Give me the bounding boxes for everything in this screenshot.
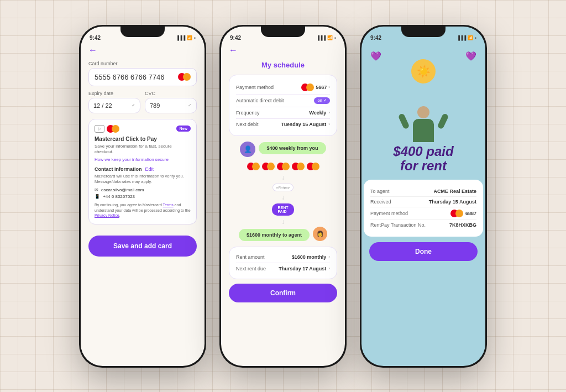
expiry-cvc-row: Expiry date 12 / 22 ✓ CVC 789 ✓ — [88, 91, 197, 113]
phone-1: 9:42 ▐▐▐ 📶 ▪ ← Card number 5555 6766 676… — [79, 25, 206, 368]
status-icons-2: ▐▐▐ 📶 ▪ — [316, 35, 336, 40]
phone-1-screen: 9:42 ▐▐▐ 📶 ▪ ← Card number 5555 6766 676… — [81, 27, 205, 366]
click-icon — [95, 125, 104, 133]
rent-amount-text: $1600 monthly — [292, 254, 327, 260]
rent-amount-label: Rent amount — [236, 254, 265, 260]
next-debit-text: Tuesday 15 August — [281, 122, 327, 127]
next-rent-row[interactable]: Next rent due Thursday 17 August › — [236, 263, 330, 274]
edit-link[interactable]: Edit — [145, 166, 154, 172]
decoration-left: 💜 — [370, 51, 381, 61]
flow-arrow-down: ↓ — [281, 174, 285, 181]
status-icons-3: ▐▐▐ 📶 ▪ — [457, 35, 476, 40]
click-to-pay-desc: Save your information for a fast, secure… — [95, 144, 191, 155]
click-to-pay-title: Mastercard Click to Pay — [95, 136, 191, 142]
success-illustration: 💜 💜 ☀️ — [361, 45, 485, 142]
rent-amount-value: $1600 monthly › — [292, 254, 330, 260]
frequency-text: Weekly — [309, 110, 326, 116]
auto-debit-value: on ✓ — [314, 97, 330, 104]
success-details-card: To agent ACME Real Estate Received Thurs… — [364, 180, 483, 237]
toggle-on[interactable]: on ✓ — [314, 97, 330, 104]
phone-3: 9:42 ▐▐▐ 📶 ▪ 💜 💜 ☀️ — [360, 25, 487, 368]
notch-1 — [120, 25, 165, 37]
auto-debit-row[interactable]: Automatic direct debit on ✓ — [236, 95, 330, 107]
expiry-input[interactable]: 12 / 22 ✓ — [88, 98, 140, 113]
cvc-label: CVC — [145, 91, 197, 96]
next-rent-value: Thursday 17 August › — [279, 266, 330, 271]
frequency-chevron: › — [328, 110, 330, 115]
arm-left — [398, 113, 410, 129]
flow-cards-row — [247, 163, 319, 170]
expiry-label: Expiry date — [88, 91, 140, 96]
battery-icon-2: ▪ — [334, 35, 336, 40]
phone-2: 9:42 ▐▐▐ 📶 ▪ ← My schedule Payment metho… — [219, 25, 347, 368]
flow-rent-paid: RENT PAID — [272, 203, 294, 216]
signal-icon: ▐▐▐ — [176, 35, 185, 40]
success-amount-text: $400 paidfor rent — [369, 144, 478, 174]
click-to-pay-logos — [95, 125, 119, 133]
user-avatar: 👤 — [240, 142, 255, 157]
mc-flow-2 — [262, 163, 275, 170]
cvc-value: 789 — [150, 102, 160, 109]
done-button[interactable]: Done — [369, 242, 478, 261]
confirm-button[interactable]: Confirm — [229, 284, 337, 302]
cvc-field: CVC 789 ✓ — [145, 91, 197, 113]
terms-text: By continuing, you agree to Mastercard T… — [95, 202, 191, 218]
payment-method-row[interactable]: Payment method 5667 › — [236, 81, 330, 95]
privacy-link[interactable]: Privacy Notice — [95, 213, 119, 217]
arm-right — [437, 113, 449, 129]
battery-icon: ▪ — [194, 35, 196, 40]
flow-arrow-down-3: ↓ — [281, 218, 285, 226]
contact-info-header: Contact information Edit — [95, 166, 191, 172]
cvc-chevron: ✓ — [188, 103, 192, 108]
status-time-1: 9:42 — [90, 35, 101, 41]
battery-icon-3: ▪ — [475, 35, 476, 40]
frequency-row[interactable]: Frequency Weekly › — [236, 107, 330, 119]
transaction-label: RentPay Transaction No. — [370, 222, 426, 228]
rent-amount-row[interactable]: Rent amount $1600 monthly › — [236, 252, 330, 263]
mc-small-logo — [107, 125, 119, 133]
next-debit-chevron: › — [328, 122, 330, 127]
signal-icon-2: ▐▐▐ — [316, 35, 326, 40]
card-number-field[interactable]: 5555 6766 6766 7746 — [88, 68, 197, 86]
flow-arrow-down-2: ↓ — [281, 194, 285, 201]
wifi-icon-3: 📶 — [468, 35, 473, 40]
terms-link[interactable]: Terms — [163, 203, 174, 207]
transaction-value: 7K8HXKBG — [449, 222, 476, 228]
card-number-value: 5555 6766 6766 7746 — [95, 73, 165, 81]
received-value: Thursday 15 August — [429, 199, 476, 205]
phone-1-content: ← Card number 5555 6766 6766 7746 Expiry… — [81, 45, 205, 366]
phone-row: 📱 +44 6 80267523 — [95, 194, 191, 199]
phone-2-content: ← My schedule Payment method 5667 › — [221, 45, 345, 366]
toggle-label: on — [317, 98, 322, 102]
status-time-3: 9:42 — [370, 35, 381, 41]
phone-2-screen: 9:42 ▐▐▐ 📶 ▪ ← My schedule Payment metho… — [221, 27, 345, 366]
auto-debit-label: Automatic direct debit — [236, 98, 284, 103]
mc-orange-sched — [306, 83, 314, 91]
payment-method-success-row: Payment method 6887 — [370, 207, 476, 220]
payment-method-success-label: Payment method — [370, 211, 408, 216]
contact-info-title: Contact information — [95, 166, 142, 172]
mc-flow-5 — [307, 163, 319, 170]
next-rent-text: Thursday 17 August — [279, 266, 326, 271]
email-row: ✉ oscar.silva@mail.com — [95, 187, 191, 192]
signal-icon-3: ▐▐▐ — [457, 35, 466, 40]
next-debit-row[interactable]: Next debit Tuesday 15 August › — [236, 119, 330, 130]
next-debit-value: Tuesday 15 August › — [281, 122, 330, 127]
mc-success-logo — [450, 210, 463, 217]
phone-3-screen: 9:42 ▐▐▐ 📶 ▪ 💜 💜 ☀️ — [361, 27, 485, 366]
save-add-card-button[interactable]: Save and add card — [88, 236, 197, 257]
flow-rentpay: nRntpay — [272, 184, 294, 191]
phone-icon: 📱 — [95, 194, 100, 199]
notch-3 — [401, 25, 446, 37]
wifi-icon-2: 📶 — [327, 35, 333, 40]
email-value: oscar.silva@mail.com — [101, 187, 144, 192]
info-secure-link[interactable]: How we keep your information secure — [95, 157, 191, 162]
wifi-icon: 📶 — [187, 35, 192, 40]
back-button-1[interactable]: ← — [88, 45, 197, 55]
click-to-pay-section: New Mastercard Click to Pay Save your in… — [88, 119, 197, 225]
flow-diagram: 👤 $400 weekly from you ↓ nRntpay ↓ RENT — [229, 142, 337, 241]
flow-bottom-bubble: $1600 monthly to agent — [239, 229, 310, 241]
next-rent-chevron: › — [328, 266, 330, 271]
back-button-2[interactable]: ← — [229, 45, 337, 55]
cvc-input[interactable]: 789 ✓ — [145, 98, 197, 113]
